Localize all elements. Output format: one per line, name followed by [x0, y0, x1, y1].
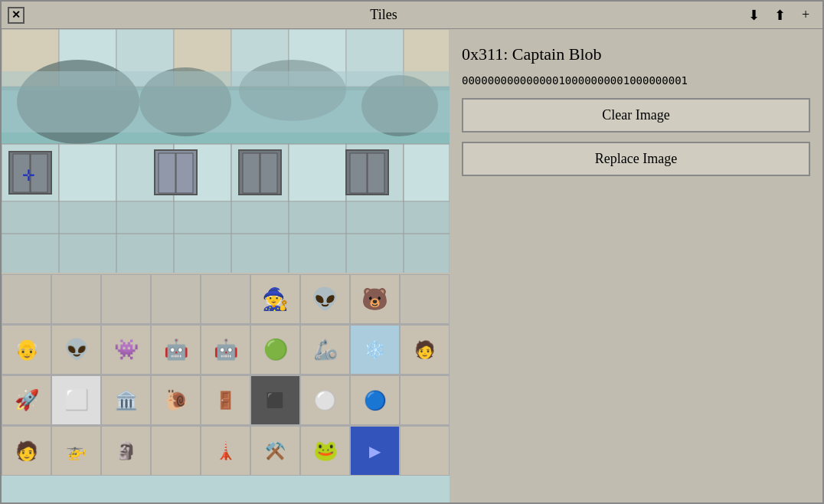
- svg-rect-29: [176, 153, 193, 193]
- clear-image-button[interactable]: Clear Image: [462, 98, 810, 133]
- tile-cell-yoda[interactable]: 👽: [300, 274, 350, 324]
- tile-cell[interactable]: 🦾: [300, 325, 350, 375]
- tile-cell[interactable]: [400, 274, 450, 324]
- svg-rect-34: [350, 153, 367, 193]
- tile-cell[interactable]: 👾: [101, 325, 151, 375]
- close-icon: ✕: [11, 8, 21, 21]
- tile-cell[interactable]: [2, 274, 51, 324]
- info-panel: 0x311: Captain Blob 00000000000000010000…: [450, 29, 822, 502]
- tile-cell-highlighted[interactable]: ▶: [350, 426, 400, 476]
- tile-cell[interactable]: 🚪: [201, 375, 250, 425]
- svg-rect-36: [2, 201, 450, 274]
- tile-cell[interactable]: ⚪: [300, 375, 350, 425]
- special-tile-row: 🧙 👽 🐻: [2, 274, 450, 325]
- add-button[interactable]: +: [795, 5, 816, 26]
- svg-rect-14: [2, 87, 450, 90]
- tile-cell[interactable]: 🟢: [250, 325, 300, 375]
- svg-rect-31: [243, 153, 260, 193]
- tile-cell[interactable]: [201, 274, 250, 324]
- tile-identifier: 0x311: Captain Blob: [462, 44, 810, 64]
- tile-cell[interactable]: 🗼: [201, 426, 250, 476]
- svg-rect-20: [289, 144, 346, 201]
- tile-row-4: 🧑 🚁 🗿 🗼: [2, 426, 450, 476]
- tile-cell[interactable]: ⬛: [250, 375, 300, 425]
- tile-cell[interactable]: [151, 274, 201, 324]
- svg-rect-22: [404, 144, 450, 201]
- close-button[interactable]: ✕: [8, 7, 25, 24]
- tile-cell[interactable]: [400, 426, 450, 476]
- scene-svg: ✛: [2, 29, 450, 274]
- tile-cell[interactable]: [101, 274, 151, 324]
- title-bar-left: ✕: [8, 7, 25, 24]
- svg-rect-28: [159, 153, 175, 193]
- tile-cell[interactable]: 🧑: [400, 325, 450, 375]
- tile-cell[interactable]: 🏛️: [101, 375, 151, 425]
- tile-row-2: 👴 👽 👾 🤖 🤖: [2, 325, 450, 375]
- download-icon: ⬇: [748, 7, 760, 24]
- svg-rect-16: [59, 144, 116, 201]
- tile-cell[interactable]: 🐌: [151, 375, 201, 425]
- tile-cell[interactable]: 🐸: [300, 426, 350, 476]
- tile-cell[interactable]: 🧑: [2, 426, 51, 476]
- tile-cell[interactable]: 🚁: [51, 426, 101, 476]
- replace-image-button[interactable]: Replace Image: [462, 142, 810, 176]
- tile-cell[interactable]: ⚒️: [250, 426, 300, 476]
- scene-area: ✛: [2, 29, 450, 274]
- title-bar-right: ⬇ ⬆ +: [743, 5, 816, 26]
- tile-cell[interactable]: 🗿: [101, 426, 151, 476]
- tile-cell-wookiee[interactable]: 🐻: [350, 274, 400, 324]
- tile-cell[interactable]: ❄️: [350, 325, 400, 375]
- tile-cell[interactable]: [151, 426, 201, 476]
- title-bar: ✕ Tiles ⬇ ⬆ +: [2, 2, 822, 29]
- svg-text:✛: ✛: [22, 167, 35, 184]
- tile-cell-hooded[interactable]: 🧙: [250, 274, 300, 324]
- tile-cell[interactable]: [400, 375, 450, 425]
- upload-icon: ⬆: [774, 7, 786, 24]
- svg-rect-13: [2, 71, 450, 133]
- tile-row-3: 🚀 ⬜ 🏛️ 🐌 🚪: [2, 375, 450, 426]
- download-button[interactable]: ⬇: [743, 5, 764, 26]
- tile-cell[interactable]: 👴: [2, 325, 51, 375]
- tile-cell[interactable]: 🔵: [350, 375, 400, 425]
- svg-rect-32: [260, 153, 277, 193]
- tile-binary-value: 00000000000000010000000001000000001: [462, 74, 810, 89]
- main-window: ✕ Tiles ⬇ ⬆ +: [0, 0, 824, 504]
- tile-cell[interactable]: 🚀: [2, 375, 51, 425]
- tile-cell[interactable]: 🤖: [201, 325, 250, 375]
- tile-panel: ✛: [2, 29, 450, 502]
- tile-cell[interactable]: 👽: [51, 325, 101, 375]
- tile-cell[interactable]: [51, 274, 101, 324]
- svg-rect-35: [368, 153, 384, 193]
- window-title: Tiles: [25, 7, 743, 23]
- upload-button[interactable]: ⬆: [769, 5, 790, 26]
- tile-cell[interactable]: 🤖: [151, 325, 201, 375]
- content-area: ✛: [2, 29, 822, 502]
- add-icon: +: [802, 7, 809, 23]
- tile-cell[interactable]: ⬜: [51, 375, 101, 425]
